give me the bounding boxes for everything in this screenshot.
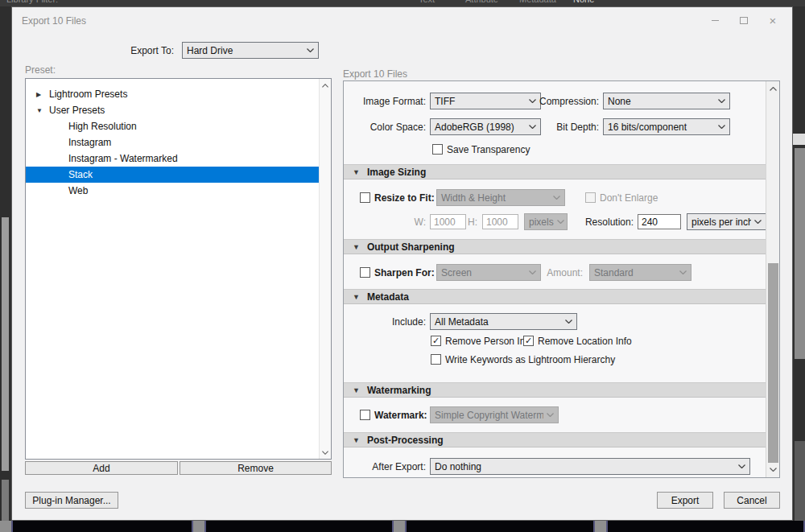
export-button[interactable]: Export <box>657 492 713 509</box>
maximize-button[interactable] <box>729 12 758 28</box>
watermark-label: Watermark: <box>374 410 427 421</box>
amount-label: Amount: <box>529 267 583 278</box>
preset-group-lightroom-presets[interactable]: ▶ Lightroom Presets <box>26 86 319 102</box>
chevron-down-icon <box>679 270 687 274</box>
section-expanded-icon: ▼ <box>353 243 360 251</box>
collapsed-arrow-icon[interactable]: ▶ <box>36 91 41 98</box>
chevron-down-icon <box>553 196 560 200</box>
dont-enlarge-checkbox <box>585 192 596 203</box>
background-right-panel <box>793 6 805 532</box>
after-export-label: After Export: <box>344 461 426 472</box>
filter-option-none: None <box>573 0 594 4</box>
filmstrip-thumbnail <box>405 521 595 532</box>
plugin-manager-button[interactable]: Plug-in Manager... <box>25 492 118 509</box>
chevron-down-icon <box>547 413 554 417</box>
background-panel-edge <box>795 441 805 522</box>
resolution-input[interactable] <box>638 214 681 229</box>
preset-item-high-resolution[interactable]: High Resolution <box>26 118 319 134</box>
section-expanded-icon: ▼ <box>353 386 360 394</box>
preset-item-instagram-watermarked[interactable]: Instagram - Watermarked <box>26 151 319 167</box>
check-icon: ✓ <box>525 336 532 345</box>
amount-select: Standard <box>589 264 691 281</box>
add-preset-button[interactable]: Add <box>25 461 178 475</box>
filmstrip-thumbnail <box>204 521 394 532</box>
section-expanded-icon: ▼ <box>353 436 360 444</box>
preset-item-instagram[interactable]: Instagram <box>26 134 319 151</box>
section-header-post-processing[interactable]: ▼ Post-Processing <box>344 432 766 447</box>
scroll-up-icon[interactable] <box>767 83 779 95</box>
write-keywords-label: Write Keywords as Lightroom Hierarchy <box>445 354 615 365</box>
preset-list: ▶ Lightroom Presets ▼ User Presets High … <box>25 78 332 460</box>
chevron-down-icon <box>718 99 725 103</box>
scroll-up-icon[interactable] <box>320 80 331 91</box>
width-label: W: <box>392 217 426 228</box>
remove-preset-button[interactable]: Remove <box>180 461 332 475</box>
preset-group-user-presets[interactable]: ▼ User Presets <box>26 102 319 118</box>
remove-location-info-checkbox[interactable]: ✓ <box>523 336 534 346</box>
resolution-label: Resolution: <box>549 217 634 228</box>
save-transparency-label: Save Transparency <box>447 144 530 155</box>
expanded-arrow-icon[interactable]: ▼ <box>36 107 43 114</box>
after-export-select[interactable]: Do nothing <box>430 458 750 475</box>
resize-to-fit-label: Resize to Fit: <box>374 192 435 204</box>
chevron-down-icon <box>718 125 725 129</box>
color-space-label: Color Space: <box>344 122 426 133</box>
compression-select[interactable]: None <box>603 93 730 109</box>
remove-person-info-checkbox[interactable]: ✓ <box>431 336 441 346</box>
settings-panel: Image Format: TIFF Compression: None Col… <box>343 80 780 478</box>
screen: Library Filter: Text Attribute Metadata … <box>0 0 805 532</box>
filmstrip-thumbnail <box>11 521 193 532</box>
background-scrollbar <box>2 480 9 526</box>
filter-option-attribute: Attribute <box>465 0 498 4</box>
compression-label: Compression: <box>513 96 599 107</box>
preset-label: Preset: <box>25 64 56 76</box>
filmstrip <box>0 521 805 532</box>
minimize-icon <box>712 20 719 21</box>
background-filter-bar: Library Filter: Text Attribute Metadata … <box>0 0 805 6</box>
sharpen-for-checkbox[interactable] <box>360 267 370 278</box>
watermark-checkbox[interactable] <box>360 410 370 420</box>
remove-person-info-label: Remove Person Info <box>445 336 533 347</box>
preset-tree: ▶ Lightroom Presets ▼ User Presets High … <box>26 79 319 199</box>
preset-item-stack-selected[interactable]: Stack <box>26 167 319 183</box>
bit-depth-select[interactable]: 16 bits/component <box>603 118 730 135</box>
chevron-down-icon <box>565 320 572 324</box>
cancel-button[interactable]: Cancel <box>724 492 780 509</box>
chevron-down-icon <box>754 220 762 224</box>
export-to-value: Hard Drive <box>187 45 233 56</box>
dialog-title: Export 10 Files <box>22 15 86 27</box>
settings-panel-header: Export 10 Files <box>343 68 407 80</box>
minimize-button[interactable] <box>700 12 729 28</box>
export-to-select[interactable]: Hard Drive <box>182 42 319 59</box>
scroll-down-icon[interactable] <box>320 447 331 458</box>
bit-depth-label: Bit Depth: <box>513 122 599 133</box>
section-header-output-sharpening[interactable]: ▼ Output Sharpening <box>344 239 766 254</box>
chevron-down-icon <box>738 464 745 468</box>
preset-list-scrollbar[interactable] <box>319 79 331 459</box>
close-button[interactable]: × <box>758 12 787 28</box>
check-icon: ✓ <box>432 336 440 345</box>
chevron-down-icon <box>307 48 314 52</box>
resize-to-fit-checkbox[interactable] <box>360 192 370 203</box>
save-transparency-checkbox[interactable] <box>432 144 443 155</box>
maximize-icon <box>740 17 748 24</box>
section-header-metadata[interactable]: ▼ Metadata <box>344 289 766 304</box>
sharpen-for-label: Sharpen For: <box>374 267 435 278</box>
include-select[interactable]: All Metadata <box>430 313 577 330</box>
remove-location-info-label: Remove Location Info <box>538 336 632 347</box>
section-header-image-sizing[interactable]: ▼ Image Sizing <box>344 164 766 179</box>
window-controls: × <box>700 12 787 28</box>
settings-scrollbar[interactable] <box>766 81 779 477</box>
preset-item-web[interactable]: Web <box>26 183 319 199</box>
scrollbar-thumb[interactable] <box>768 263 778 463</box>
background-left-panel <box>0 6 11 532</box>
scroll-down-icon[interactable] <box>767 464 779 476</box>
library-filter-label: Library Filter: <box>6 0 58 4</box>
section-header-watermarking[interactable]: ▼ Watermarking <box>344 382 766 398</box>
section-expanded-icon: ▼ <box>353 293 360 301</box>
close-icon: × <box>770 14 777 27</box>
write-keywords-checkbox[interactable] <box>431 354 441 365</box>
dont-enlarge-label: Don't Enlarge <box>600 192 658 204</box>
export-dialog: Export 10 Files × Export To: Hard Drive … <box>11 6 793 521</box>
resolution-units-select[interactable]: pixels per inch <box>687 213 766 230</box>
